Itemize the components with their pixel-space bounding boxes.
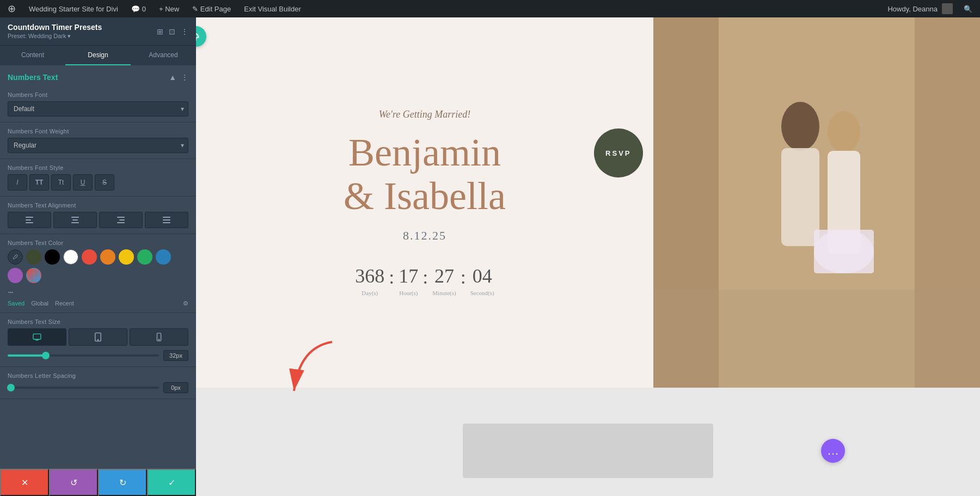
- letter-spacing-slider-row: 0px: [8, 382, 188, 393]
- numbers-text-size-field: Numbers Text Size: [0, 313, 196, 367]
- yellow-swatch[interactable]: [119, 249, 134, 265]
- minutes-label: Minute(s): [432, 290, 456, 296]
- gradient-swatch[interactable]: [26, 268, 41, 283]
- user-avatar: [942, 3, 953, 14]
- floating-toggle-btn[interactable]: [196, 26, 206, 47]
- numbers-font-select-wrapper[interactable]: Default: [8, 101, 188, 117]
- numbers-text-size-label: Numbers Text Size: [8, 319, 188, 325]
- numbers-font-weight-select-wrapper[interactable]: Regular: [8, 138, 188, 153]
- text-size-slider-track[interactable]: [8, 354, 159, 357]
- countdown-minutes: 27 Minute(s): [432, 265, 456, 296]
- align-justify-button[interactable]: [145, 212, 188, 228]
- purple-fab-button[interactable]: …: [821, 439, 845, 463]
- redo-icon: ↻: [119, 477, 126, 488]
- white-swatch[interactable]: [63, 249, 78, 265]
- green-swatch[interactable]: [137, 249, 152, 265]
- numbers-font-weight-select[interactable]: Regular: [8, 138, 188, 153]
- section-title: Numbers Text: [8, 73, 58, 82]
- orange-swatch[interactable]: [100, 249, 115, 265]
- device-buttons-row: [8, 328, 188, 346]
- numbers-font-field: Numbers Font Default: [0, 86, 196, 123]
- rsvp-button[interactable]: RSVP: [594, 128, 643, 177]
- days-value: 368: [355, 265, 384, 287]
- text-size-value[interactable]: 32px: [163, 350, 188, 361]
- numbers-font-select[interactable]: Default: [8, 101, 188, 117]
- section-more-icon[interactable]: ⋮: [181, 73, 188, 82]
- wedding-subtitle: We're Getting Married!: [379, 109, 471, 120]
- black-swatch[interactable]: [45, 249, 60, 265]
- italic-button[interactable]: I: [8, 174, 27, 191]
- new-item[interactable]: + New: [157, 5, 181, 13]
- svg-rect-0: [26, 217, 33, 218]
- panel-content-area: Numbers Text ▲ ⋮ Numbers Font Default Nu…: [0, 65, 196, 496]
- user-greeting[interactable]: Howdy, Deanna: [885, 3, 955, 14]
- svg-rect-5: [71, 222, 79, 223]
- caps-button[interactable]: Tt: [51, 174, 71, 191]
- redo-button[interactable]: ↻: [98, 469, 147, 496]
- svg-rect-6: [117, 217, 125, 218]
- mobile-device-btn[interactable]: [130, 328, 188, 346]
- tab-design[interactable]: Design: [65, 46, 131, 65]
- numbers-font-style-label: Numbers Font Style: [8, 164, 188, 171]
- color-settings-icon[interactable]: ⚙: [183, 300, 188, 307]
- panel-portability-icon[interactable]: ⊞: [157, 27, 163, 36]
- comments-item[interactable]: 💬 0: [129, 5, 148, 13]
- site-name-item[interactable]: Wedding Starter Site for Divi: [27, 5, 120, 13]
- countdown-seconds: 04 Second(s): [470, 265, 494, 296]
- svg-point-25: [828, 111, 860, 152]
- search-icon-btn[interactable]: 🔍: [961, 5, 975, 13]
- countdown-timer: 368 Day(s) : 17 Hour(s) : 27 Minute(s) :: [355, 265, 494, 296]
- align-right-button[interactable]: [99, 212, 143, 228]
- wp-logo-icon: ⊕: [8, 3, 16, 15]
- history-button[interactable]: ↺: [49, 469, 98, 496]
- letter-spacing-value[interactable]: 0px: [163, 382, 188, 393]
- tab-advanced[interactable]: Advanced: [131, 46, 196, 65]
- seconds-label: Second(s): [470, 290, 494, 296]
- color-tab-recent[interactable]: Recent: [55, 300, 74, 307]
- tablet-device-btn[interactable]: [69, 328, 127, 346]
- blue-swatch[interactable]: [156, 249, 171, 265]
- svg-rect-12: [33, 334, 41, 339]
- strikethrough-button[interactable]: S: [95, 174, 114, 191]
- seconds-value: 04: [473, 265, 492, 287]
- svg-rect-24: [781, 148, 819, 246]
- letter-spacing-slider-thumb[interactable]: [7, 384, 15, 391]
- minutes-value: 27: [434, 265, 454, 287]
- wedding-photo: [653, 17, 980, 388]
- wp-logo-item[interactable]: ⊕: [5, 3, 18, 15]
- exit-builder-item[interactable]: Exit Visual Builder: [242, 5, 303, 13]
- numbers-text-section-header: Numbers Text ▲ ⋮: [0, 65, 196, 86]
- text-size-slider-thumb[interactable]: [42, 352, 50, 359]
- svg-point-18: [158, 339, 159, 340]
- settings-panel: Countdown Timer Presets Preset: Wedding …: [0, 17, 196, 496]
- close-button[interactable]: ✕: [0, 469, 49, 496]
- red-swatch[interactable]: [82, 249, 97, 265]
- desktop-device-btn[interactable]: [8, 328, 66, 346]
- section-collapse-icon[interactable]: ▲: [169, 73, 176, 82]
- eyedropper-swatch[interactable]: [8, 249, 23, 265]
- numbers-letter-spacing-field: Numbers Letter Spacing 0px: [0, 367, 196, 399]
- purple-swatch[interactable]: [8, 268, 23, 283]
- align-left-button[interactable]: [8, 212, 51, 228]
- canvas-area: We're Getting Married! Benjamin & Isabel…: [196, 17, 980, 496]
- numbers-text-alignment-label: Numbers Text Alignment: [8, 202, 188, 209]
- svg-rect-22: [653, 290, 980, 388]
- bold-button[interactable]: TT: [29, 174, 49, 191]
- edit-page-item[interactable]: ✎ Edit Page: [190, 5, 233, 13]
- save-button[interactable]: ✓: [147, 469, 196, 496]
- edit-page-label: ✎ Edit Page: [192, 5, 231, 13]
- color-tab-saved[interactable]: Saved: [8, 300, 24, 307]
- ellipsis-icon: ···: [8, 286, 13, 298]
- svg-rect-10: [163, 219, 170, 221]
- underline-button[interactable]: U: [73, 174, 93, 191]
- tab-content[interactable]: Content: [0, 46, 65, 65]
- panel-subtitle[interactable]: Preset: Wedding Dark ▾: [8, 33, 102, 40]
- letter-spacing-slider-track[interactable]: [8, 387, 159, 389]
- dark-green-swatch[interactable]: [26, 249, 41, 265]
- panel-more-icon[interactable]: ⋮: [181, 27, 188, 36]
- align-center-button[interactable]: [53, 212, 97, 228]
- color-tab-global[interactable]: Global: [31, 300, 48, 307]
- panel-header: Countdown Timer Presets Preset: Wedding …: [0, 17, 196, 45]
- panel-toggle-icon[interactable]: ⊡: [169, 27, 175, 36]
- days-label: Day(s): [362, 290, 378, 296]
